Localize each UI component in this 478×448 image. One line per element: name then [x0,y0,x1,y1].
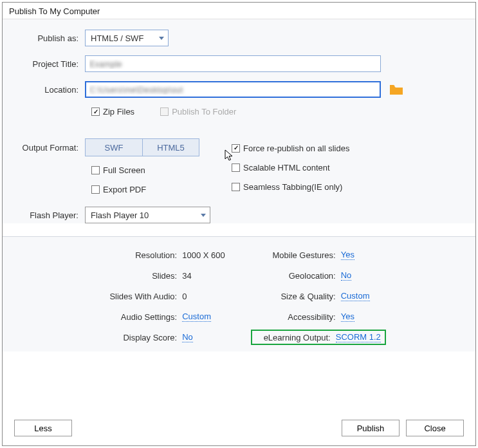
seamless-tabbing-label: Seamless Tabbing(IE only) [243,182,342,192]
chevron-down-icon [159,37,164,40]
size-quality-label: Size & Quality: [251,292,341,301]
publish-dialog: Publish To My Computer Publish as: HTML5… [2,2,476,446]
mobile-gestures-link[interactable]: Yes [341,250,354,260]
dialog-title: Publish To My Computer [9,6,100,16]
scalable-html-label: Scalable HTML content [243,163,330,173]
publish-button[interactable]: Publish [342,420,400,436]
publish-as-value: HTML5 / SWF [91,33,143,43]
project-title-label: Project Title: [21,59,85,69]
slides-audio-label: Slides With Audio: [92,292,182,301]
chevron-down-icon [201,214,206,217]
mobile-gestures-label: Mobile Gestures: [251,250,341,260]
flash-player-value: Flash Player 10 [91,210,149,220]
project-title-input[interactable] [85,55,381,72]
location-label: Location: [21,85,85,95]
force-republish-checkbox[interactable]: Force re-publish on all slides [232,144,349,153]
force-republish-label: Force re-publish on all slides [243,144,349,153]
full-screen-label: Full Screen [103,165,145,175]
folder-icon[interactable] [390,85,403,95]
checkbox-icon [91,107,100,116]
checkbox-icon [91,185,100,194]
checkbox-icon [91,166,100,174]
resolution-label: Resolution: [92,250,182,260]
checkbox-icon [160,107,169,116]
flash-player-label: Flash Player: [21,210,85,220]
close-button[interactable]: Close [406,420,464,436]
checkbox-icon [232,163,240,172]
audio-settings-label: Audio Settings: [92,312,182,322]
checkbox-icon [232,183,240,191]
full-screen-checkbox[interactable]: Full Screen [91,165,145,175]
display-score-label: Display Score: [92,333,182,342]
swf-toggle[interactable]: SWF [86,139,142,156]
elearning-label: eLearning Output: [253,333,336,342]
dialog-titlebar: Publish To My Computer [3,3,475,19]
publish-to-folder-checkbox: Publish To Folder [160,107,236,117]
flash-player-select[interactable]: Flash Player 10 [85,207,210,223]
elearning-link[interactable]: SCORM 1.2 [336,332,381,342]
output-format-toggle: SWF HTML5 [85,138,199,156]
slides-value: 34 [182,271,191,281]
seamless-tabbing-checkbox[interactable]: Seamless Tabbing(IE only) [232,182,342,192]
display-score-link[interactable]: No [182,332,193,342]
publish-as-label: Publish as: [21,33,85,43]
size-quality-link[interactable]: Custom [341,291,370,301]
location-input[interactable] [85,81,381,98]
elearning-highlight: eLearning Output: SCORM 1.2 [251,330,386,345]
less-button[interactable]: Less [14,420,72,436]
scalable-html-checkbox[interactable]: Scalable HTML content [232,163,330,173]
export-pdf-label: Export PDF [103,185,146,194]
export-pdf-checkbox[interactable]: Export PDF [91,185,146,194]
zip-files-checkbox[interactable]: Zip Files [91,107,134,117]
info-section: Resolution: 1000 X 600 Slides: 34 Slides… [3,237,475,351]
zip-files-label: Zip Files [103,107,134,117]
html5-toggle[interactable]: HTML5 [142,139,199,156]
dialog-content: Publish as: HTML5 / SWF Project Title: L… [3,19,475,223]
checkbox-icon [232,144,240,153]
publish-to-folder-label: Publish To Folder [172,107,236,117]
audio-settings-link[interactable]: Custom [182,312,211,322]
accessibility-link[interactable]: Yes [341,312,354,322]
geolocation-link[interactable]: No [341,270,352,281]
resolution-value: 1000 X 600 [182,250,225,260]
slides-audio-value: 0 [182,292,187,301]
geolocation-label: Geolocation: [251,271,341,281]
publish-as-select[interactable]: HTML5 / SWF [85,30,169,46]
dialog-footer: Less Publish Close [3,420,475,436]
output-format-label: Output Format: [21,143,85,153]
accessibility-label: Accessibility: [251,312,341,322]
slides-label: Slides: [92,271,182,281]
